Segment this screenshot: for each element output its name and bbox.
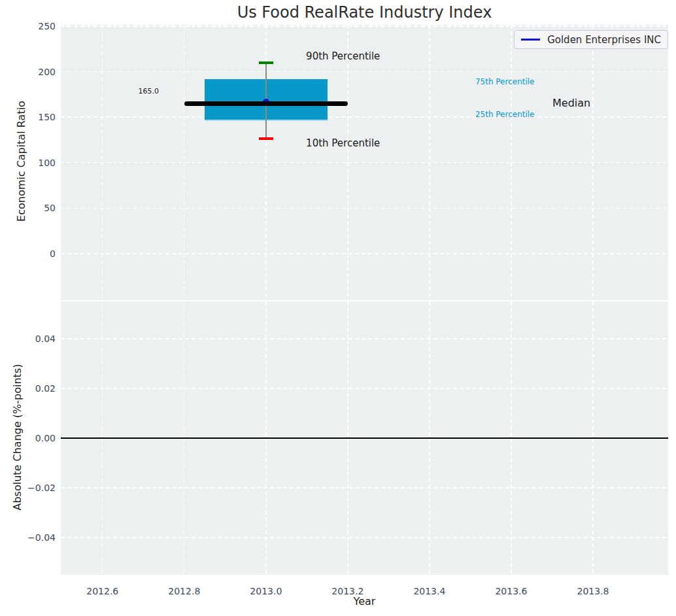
y-tick-label: 100 <box>0 156 56 169</box>
annotation-10th-percentile: 10th Percentile <box>306 137 380 149</box>
annotation-90th-percentile: 90th Percentile <box>306 50 380 62</box>
gridline-horizontal <box>61 487 668 488</box>
boxplot-90th-cap <box>259 61 274 64</box>
gridline-horizontal <box>61 253 668 254</box>
annotation-165-0: 165.0 <box>139 87 160 95</box>
x-tick-label: 2013.2 <box>318 585 377 598</box>
gridline-horizontal <box>61 71 668 72</box>
annotation-75th-percentile: 75th Percentile <box>475 78 535 87</box>
boxplot-10th-cap <box>259 137 274 140</box>
y-tick-label: −0.02 <box>0 481 56 494</box>
y-tick-label: 0.00 <box>0 432 56 445</box>
annotation-median: Median <box>552 97 590 109</box>
gridline-horizontal <box>61 208 668 209</box>
annotation-25th-percentile: 25th Percentile <box>475 111 535 120</box>
legend-line-sample <box>521 39 540 41</box>
y-tick-label: 150 <box>0 111 56 124</box>
zero-change-line <box>61 437 668 439</box>
y-tick-label: 200 <box>0 65 56 78</box>
x-tick-label: 2012.6 <box>73 585 132 598</box>
gridline-horizontal <box>61 162 668 163</box>
gridline-horizontal <box>61 388 668 388</box>
y-tick-label: 0 <box>0 247 56 260</box>
gridline-horizontal <box>61 26 668 26</box>
y-tick-label: 0.02 <box>0 382 56 395</box>
x-tick-label: 2013.0 <box>237 585 296 598</box>
legend-box: Golden Enterprises INC <box>514 30 668 49</box>
y-tick-label: −0.04 <box>0 531 56 544</box>
x-tick-label: 2013.8 <box>564 585 622 598</box>
y-tick-label: 50 <box>0 201 56 214</box>
x-tick-label: 2013.4 <box>400 585 459 598</box>
legend-series-label: Golden Enterprises INC <box>547 34 661 46</box>
boxplot-median-line <box>184 101 348 106</box>
gridline-horizontal <box>61 537 668 538</box>
chart-title: Us Food RealRate Industry Index <box>61 3 668 22</box>
x-tick-label: 2013.6 <box>482 585 541 598</box>
gridline-horizontal <box>61 338 668 339</box>
gridline-horizontal <box>61 116 668 117</box>
y-tick-label: 0.04 <box>0 332 56 345</box>
y-tick-label: 250 <box>0 20 56 33</box>
x-tick-label: 2012.8 <box>155 585 214 598</box>
figure-canvas: Us Food RealRate Industry Index Economic… <box>0 0 676 616</box>
